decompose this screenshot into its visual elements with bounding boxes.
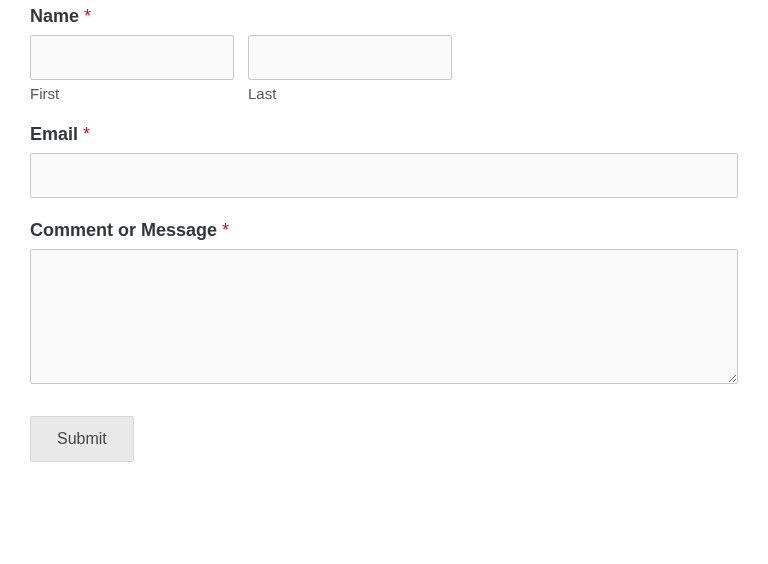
name-row: First Last xyxy=(30,35,452,102)
message-required-mark: * xyxy=(222,220,229,240)
email-label-text: Email xyxy=(30,124,78,144)
contact-form: Name * First Last Email * Comment or Mes… xyxy=(30,6,738,462)
message-textarea[interactable] xyxy=(30,249,738,384)
name-label: Name * xyxy=(30,6,738,27)
email-label: Email * xyxy=(30,124,738,145)
message-field-group: Comment or Message * xyxy=(30,220,738,388)
email-field-group: Email * xyxy=(30,124,738,198)
first-name-column: First xyxy=(30,35,234,102)
email-required-mark: * xyxy=(83,124,90,144)
name-label-text: Name xyxy=(30,6,79,26)
email-input[interactable] xyxy=(30,153,738,198)
first-name-input[interactable] xyxy=(30,35,234,80)
message-label: Comment or Message * xyxy=(30,220,738,241)
last-name-sublabel: Last xyxy=(248,85,452,102)
last-name-column: Last xyxy=(248,35,452,102)
message-label-text: Comment or Message xyxy=(30,220,217,240)
name-required-mark: * xyxy=(84,6,91,26)
submit-button[interactable]: Submit xyxy=(30,416,134,462)
first-name-sublabel: First xyxy=(30,85,234,102)
last-name-input[interactable] xyxy=(248,35,452,80)
name-field-group: Name * First Last xyxy=(30,6,738,102)
